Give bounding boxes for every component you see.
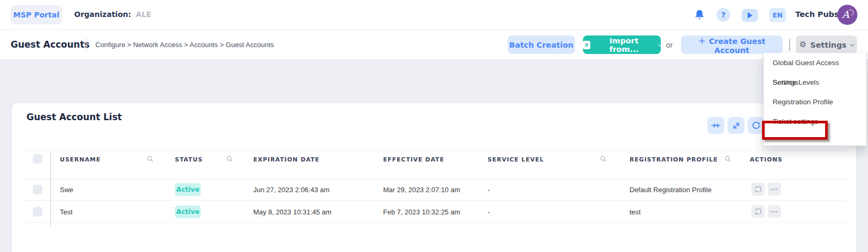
column-header-username[interactable]: USERNAME: [60, 156, 101, 163]
chevron-down-icon: [658, 42, 662, 46]
top-bar: MSP Portal Organization:ALE ? EN Tech Pu…: [0, 0, 868, 30]
menu-item-global-guest-access-settings[interactable]: Global Guest Access Settings: [764, 53, 866, 73]
ellipsis-icon: •••: [771, 209, 778, 214]
breadcrumb: Configure > Network Access > Accounts > …: [95, 41, 274, 49]
create-guest-account-label: Create Guest Account: [709, 37, 766, 55]
row-separator: [25, 200, 846, 201]
frame-icon: [755, 208, 761, 215]
ellipsis-icon: •••: [771, 187, 778, 192]
menu-item-registration-profile[interactable]: Registration Profile: [764, 92, 866, 112]
plus-icon: +: [698, 35, 705, 46]
cell-effective-date: Feb 7, 2023 10:32:25 am: [383, 208, 460, 216]
page-title: Guest Accounts: [11, 39, 90, 50]
column-header-actions: ACTIONS: [750, 156, 783, 163]
card-title: Guest Account List: [26, 112, 122, 122]
table-header-bottom-border: [25, 179, 846, 179]
search-icon[interactable]: [226, 155, 234, 163]
or-label: or: [666, 41, 672, 49]
title-divider: [86, 38, 86, 52]
search-icon[interactable]: [724, 155, 732, 163]
row-detail-button[interactable]: [751, 205, 765, 218]
cell-effective-date: Mar 29, 2023 2:07:10 am: [383, 186, 460, 194]
search-icon[interactable]: [146, 155, 154, 163]
user-name[interactable]: Tech Pubs: [795, 10, 839, 19]
notifications-bell-icon[interactable]: [693, 8, 706, 21]
gear-icon: ⚙: [800, 41, 807, 49]
row-detail-button[interactable]: [751, 183, 765, 196]
row-separator: [25, 222, 846, 223]
expand-diagonal-icon: [732, 122, 740, 130]
organization-label: Organization:: [74, 10, 131, 19]
column-header-registration-profile[interactable]: REGISTRATION PROFILE: [630, 156, 718, 163]
select-all-checkbox[interactable]: [33, 154, 42, 164]
create-guest-account-button[interactable]: +Create Guest Account: [681, 35, 783, 54]
play-triangle-icon: [748, 12, 752, 19]
cell-username: Test: [60, 208, 73, 216]
refresh-button[interactable]: [748, 117, 765, 134]
settings-dropdown-menu: Global Guest Access Settings Service Lev…: [763, 53, 867, 146]
expand-fullscreen-button[interactable]: [728, 117, 745, 134]
menu-item-service-levels[interactable]: Service Levels: [764, 73, 866, 92]
page-header-bar: Guest Accounts Configure > Network Acces…: [0, 30, 868, 60]
cell-service-level: -: [488, 208, 490, 216]
excel-file-icon: x: [583, 41, 590, 49]
batch-creation-button[interactable]: Batch Creation: [508, 35, 575, 54]
button-group-divider: [789, 39, 790, 51]
cell-expiration-date: Jun 27, 2023 2:06:43 am: [253, 186, 330, 194]
settings-button[interactable]: ⚙ Settings: [796, 35, 857, 54]
guest-account-list-card: Guest Account List USERNAME STATUS EXPIR…: [12, 103, 856, 252]
status-badge: Active: [175, 205, 201, 218]
cell-expiration-date: May 8, 2023 10:31:45 am: [253, 208, 331, 216]
column-header-status[interactable]: STATUS: [175, 156, 203, 163]
column-header-service-level[interactable]: SERVICE LEVEL: [488, 156, 544, 163]
cell-registration-profile: test: [630, 208, 641, 216]
chevron-down-icon: [851, 42, 855, 46]
collapse-arrows-icon: [711, 122, 721, 129]
refresh-icon: [752, 121, 760, 130]
help-icon[interactable]: ?: [716, 8, 730, 22]
cell-registration-profile: Default Registration Profile: [630, 186, 712, 194]
column-header-effective-date[interactable]: EFFECTIVE DATE: [383, 156, 444, 163]
collapse-columns-button[interactable]: [707, 117, 724, 134]
frame-icon: [755, 186, 761, 193]
cell-username: Swe: [60, 186, 73, 194]
user-avatar[interactable]: A: [837, 5, 857, 25]
language-selector[interactable]: EN: [769, 8, 786, 22]
organization: Organization:ALE: [74, 10, 152, 19]
msp-portal-button[interactable]: MSP Portal: [11, 5, 62, 24]
row-checkbox[interactable]: [33, 185, 42, 194]
cell-service-level: -: [488, 186, 490, 194]
import-from-label: Import from...: [594, 37, 654, 53]
settings-label: Settings: [810, 41, 846, 49]
row-more-actions-button[interactable]: •••: [768, 205, 781, 218]
organization-value: ALE: [136, 10, 151, 19]
search-icon[interactable]: [599, 155, 607, 163]
status-badge: Active: [175, 183, 201, 196]
row-checkbox[interactable]: [33, 207, 42, 217]
table-header-top-border: [25, 150, 846, 150]
import-from-button[interactable]: x Import from...: [583, 35, 661, 54]
menu-item-ticket-settings[interactable]: Ticket settings: [764, 112, 866, 131]
column-header-expiration-date[interactable]: EXPIRATION DATE: [253, 156, 320, 163]
video-tutorial-icon[interactable]: [742, 9, 758, 22]
row-more-actions-button[interactable]: •••: [768, 183, 781, 196]
checkbox-column-divider: [50, 151, 51, 226]
